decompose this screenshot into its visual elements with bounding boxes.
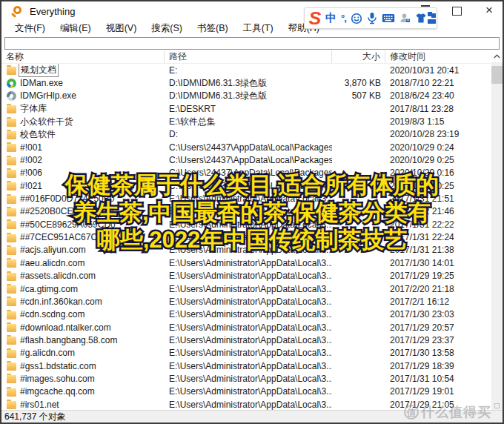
folder-icon xyxy=(7,350,16,358)
window-title: Everything xyxy=(30,6,75,17)
table-row[interactable]: #assets.alicdn.comE:\Users\Administrator… xyxy=(1,270,503,282)
scrollbar-thumb[interactable] xyxy=(491,66,503,84)
table-row[interactable]: ##7CEC951AC67C25E:\Users\Administrator\A… xyxy=(1,231,503,243)
table-row[interactable]: #!006C:\Users\24437\AppData\Local\Packag… xyxy=(1,167,503,179)
table-row[interactable]: 字体库E:\DESKRT2017/8/11 23:28 xyxy=(1,102,503,115)
table-row[interactable]: #!001C:\Users\24437\AppData\Local\Packag… xyxy=(1,141,503,153)
file-modified: 2017/2/12 21:46 xyxy=(385,206,503,216)
chinese-mode-icon[interactable]: 中 xyxy=(325,11,336,25)
file-path: C:\Users\24437\AppData\Local\Packages... xyxy=(165,181,332,191)
table-row[interactable]: #download.ntalker.comE:\Users\Administra… xyxy=(1,321,503,334)
search-input[interactable] xyxy=(4,37,500,50)
folder-icon xyxy=(7,196,16,204)
file-modified: 2018/6/24 23:40 xyxy=(385,90,503,101)
maximize-button[interactable] xyxy=(452,7,462,16)
table-row[interactable]: IDMGrHlp.exeD:\IDM\IDM6.31.3绿色版507 KB201… xyxy=(1,90,503,102)
folder-icon xyxy=(7,182,16,191)
file-path: E:\Users\Administrator\AppData\Local\3..… xyxy=(165,271,332,281)
punctuation-icon[interactable]: °, xyxy=(341,13,346,24)
file-name: #imgcache.qq.com xyxy=(20,386,95,397)
file-name-cell: ##50CE89629A059CD0 xyxy=(1,219,165,230)
file-icon xyxy=(7,79,16,88)
everything-window: Everything × S 中 °, 文件(F)编辑(E)视图(V)搜索(S)… xyxy=(1,1,503,423)
table-row[interactable]: #imgcache.qq.comE:\Users\Administrator\A… xyxy=(1,385,503,398)
file-name-cell: #g.alicdn.com xyxy=(1,348,165,358)
file-name-cell: #irs01.net xyxy=(1,400,165,410)
table-row[interactable]: #flash.bangbang.58.comE:\Users\Administr… xyxy=(1,334,503,346)
table-row[interactable]: #acjs.aliyun.comE:\Users\Administrator\A… xyxy=(1,244,503,256)
column-header-size[interactable]: 大小 xyxy=(332,50,385,63)
scroll-up-icon[interactable] xyxy=(491,50,503,63)
microphone-icon[interactable] xyxy=(367,12,377,24)
table-row[interactable]: ##2520B0CE89D024A1E:\Users\Administrator… xyxy=(1,205,503,218)
file-name-cell: #cdn.scdng.com xyxy=(1,309,165,319)
file-path: E:\Users\Administrator\AppData\Local\3..… xyxy=(165,348,332,358)
folder-icon xyxy=(7,234,16,242)
file-name: #cdn.inf.360kan.com xyxy=(20,297,102,307)
folder-icon xyxy=(7,324,16,332)
file-name-cell: 字体库 xyxy=(1,102,165,115)
menu-item[interactable]: 视图(V) xyxy=(99,21,145,36)
vertical-scrollbar[interactable] xyxy=(491,50,503,411)
menu-item[interactable]: 工具(T) xyxy=(236,21,281,36)
table-row[interactable]: #!002C:\Users\24437\AppData\Local\Packag… xyxy=(1,153,503,166)
table-row[interactable]: #irs01.netE:\Users\Administrator\AppData… xyxy=(1,398,503,411)
file-name: #images.sohu.com xyxy=(20,374,95,384)
table-row[interactable]: ##016F0D0D714E50B0E:\Users\Administrator… xyxy=(1,192,503,205)
folder-icon xyxy=(7,119,16,127)
table-row[interactable]: #aeu.alicdn.comE:\Users\Administrator\Ap… xyxy=(1,256,503,269)
file-name: IDMan.exe xyxy=(20,78,63,88)
file-path: E:\Users\Administrator\AppData\Local\3..… xyxy=(165,297,332,307)
table-row[interactable]: #!021C:\Users\24437\AppData\Local\Packag… xyxy=(1,179,503,192)
file-name-cell: IDMan.exe xyxy=(1,78,165,88)
account-icon[interactable] xyxy=(399,13,411,24)
file-name: 规划文档 xyxy=(19,64,59,77)
file-path: C:\Users\24437\AppData\Local\Packages... xyxy=(165,155,332,165)
file-modified: 2017/1/29 18:39 xyxy=(385,361,503,371)
table-row[interactable]: 规划文档E:2020/10/31 20:41 xyxy=(1,64,503,76)
file-path: E:\Users\Administrator\AppData\Local\3..… xyxy=(165,322,332,333)
file-name: 小众软件干货 xyxy=(20,116,73,128)
table-row[interactable]: 校色软件D:2020/10/28 23:19 xyxy=(1,128,503,141)
sogou-logo-icon[interactable]: S xyxy=(309,10,322,27)
file-name-cell: #imgcache.qq.com xyxy=(1,386,165,397)
minimize-button[interactable] xyxy=(421,5,430,7)
file-name-cell: #images.sohu.com xyxy=(1,374,165,384)
file-path: E:\Users\Administrator\AppData\Local\3..… xyxy=(165,309,332,319)
keyboard-icon[interactable] xyxy=(382,13,395,23)
table-row[interactable]: 小众软件干货E:\软件总集2019/8/3 1:15 xyxy=(1,115,503,127)
file-modified: 2017/1/30 13:58 xyxy=(385,348,503,358)
file-path: E:\Users\Administrator\AppData\Local\3..… xyxy=(165,232,332,242)
column-header-modified[interactable]: 修改时间 xyxy=(385,50,503,63)
table-row[interactable]: #ca.gtimg.comE:\Users\Administrator\AppD… xyxy=(1,282,503,295)
folder-icon xyxy=(7,285,16,294)
menu-item[interactable]: 文件(F) xyxy=(7,21,53,36)
column-header-path[interactable]: 路径 xyxy=(165,50,332,63)
folder-icon xyxy=(7,208,16,216)
column-header-name[interactable]: 名称 xyxy=(1,50,165,63)
table-row[interactable]: IDMan.exeD:\IDM\IDM6.31.3绿色版3,870 KB2018… xyxy=(1,76,503,89)
table-row[interactable]: #g.alicdn.comE:\Users\Administrator\AppD… xyxy=(1,347,503,360)
folder-icon xyxy=(7,105,16,113)
file-list: 规划文档E:2020/10/31 20:41IDMan.exeD:\IDM\ID… xyxy=(1,64,503,411)
toolbox-icon[interactable] xyxy=(431,13,432,24)
file-name: #irs01.net xyxy=(20,400,59,410)
table-row[interactable]: ##50CE89629A059CD0E:\Users\Administrator… xyxy=(1,218,503,231)
file-path: E:\Users\Administrator\AppData\Local\3..… xyxy=(165,400,332,410)
close-button[interactable]: × xyxy=(480,3,498,18)
folder-icon xyxy=(7,157,16,165)
folder-icon xyxy=(7,401,16,409)
menu-item[interactable]: 书签(B) xyxy=(190,21,236,36)
table-row[interactable]: #cdn.inf.360kan.comE:\Users\Administrato… xyxy=(1,295,503,308)
skin-icon[interactable] xyxy=(415,13,427,24)
menu-item[interactable]: 编辑(E) xyxy=(53,21,99,36)
menu-item[interactable]: 搜索(S) xyxy=(144,21,190,36)
emoji-icon[interactable] xyxy=(351,13,362,24)
file-path: E:\Users\Administrator\AppData\Local\3..… xyxy=(165,219,332,230)
folder-icon xyxy=(7,259,16,268)
table-row[interactable]: #images.sohu.comE:\Users\Administrator\A… xyxy=(1,372,503,385)
file-name: ##7CEC951AC67C25 xyxy=(20,232,107,242)
file-modified: 2017/1/29 20:57 xyxy=(385,322,503,333)
table-row[interactable]: #gss1.bdstatic.comE:\Users\Administrator… xyxy=(1,360,503,372)
table-row[interactable]: #cdn.scdng.comE:\Users\Administrator\App… xyxy=(1,308,503,321)
